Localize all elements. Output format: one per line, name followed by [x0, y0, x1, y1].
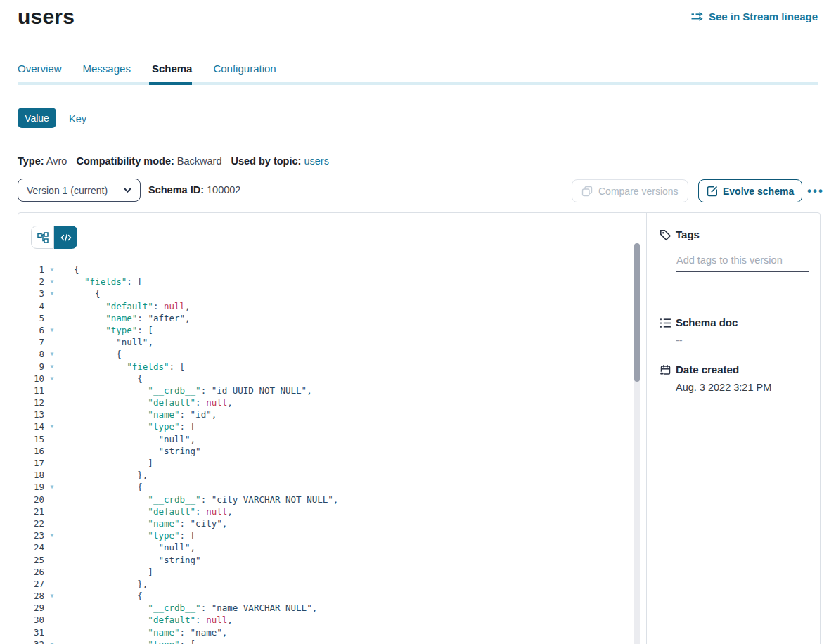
collapse-arrow-icon[interactable]: ▼ — [48, 638, 56, 644]
code-text: { — [74, 481, 143, 493]
line-number: 10 — [18, 373, 44, 385]
tags-input-underline — [676, 271, 809, 272]
tab-configuration[interactable]: Configuration — [213, 63, 276, 75]
version-select[interactable]: Version 1 (current) — [18, 179, 141, 202]
line-number: 24 — [18, 541, 44, 553]
code-text: "name": "name", — [74, 626, 227, 638]
schema-id: Schema ID: 100002 — [148, 184, 240, 195]
code-view-button[interactable] — [54, 226, 77, 249]
stream-lineage-icon — [690, 11, 704, 22]
code-text: "null", — [74, 541, 195, 553]
code-line: 5 "name": "after", — [18, 312, 630, 324]
collapse-arrow-icon[interactable]: ▼ — [48, 348, 56, 360]
collapse-arrow-icon[interactable]: ▼ — [48, 264, 56, 276]
line-number: 30 — [18, 614, 44, 626]
tab-overview[interactable]: Overview — [18, 63, 62, 75]
code-line: 7 "null", — [18, 336, 630, 348]
copy-icon — [581, 186, 593, 197]
line-number: 14 — [18, 420, 44, 432]
chevron-down-icon — [124, 188, 131, 193]
code-line: 3▼ { — [18, 288, 630, 300]
code-text: "type": [ — [74, 420, 195, 432]
details-sidebar: Tags Add tags to this version Schema doc… — [646, 213, 821, 644]
code-line: 17 ] — [18, 457, 630, 469]
collapse-arrow-icon[interactable]: ▼ — [48, 288, 56, 300]
code-line: 9▼ "fields": [ — [18, 361, 630, 373]
code-line: 6▼ "type": [ — [18, 324, 630, 336]
code-text: { — [74, 348, 122, 360]
code-text: ] — [74, 566, 153, 578]
line-number: 23 — [18, 529, 44, 541]
tags-input[interactable]: Add tags to this version — [676, 255, 783, 266]
line-number: 27 — [18, 578, 44, 590]
collapse-arrow-icon[interactable]: ▼ — [48, 420, 56, 432]
code-line: 29 "__crdb__": "name VARCHAR NULL", — [18, 602, 630, 614]
schema-doc-title: Schema doc — [676, 316, 738, 328]
collapse-arrow-icon[interactable]: ▼ — [48, 276, 56, 288]
line-number: 31 — [18, 626, 44, 638]
collapse-arrow-icon[interactable]: ▼ — [48, 590, 56, 602]
tab-messages[interactable]: Messages — [83, 63, 131, 75]
line-number: 28 — [18, 590, 44, 602]
collapse-arrow-icon[interactable]: ▼ — [48, 361, 56, 373]
tab-bar: Overview Messages Schema Configuration — [18, 63, 276, 75]
code-text: "fields": [ — [74, 361, 185, 373]
code-line: 23▼ "type": [ — [18, 529, 630, 541]
code-text: "type": [ — [74, 638, 195, 644]
line-number: 26 — [18, 566, 44, 578]
evolve-schema-button[interactable]: Evolve schema — [698, 179, 802, 202]
more-options-button[interactable]: ••• — [802, 179, 829, 202]
code-text: "name": "after", — [74, 312, 191, 324]
code-line: 4 "default": null, — [18, 300, 630, 312]
code-line: 32▼ "type": [ — [18, 638, 630, 644]
page-title: users — [18, 5, 75, 29]
collapse-arrow-icon[interactable]: ▼ — [48, 529, 56, 541]
code-text: "name": "city", — [74, 517, 227, 529]
tab-track — [18, 82, 818, 85]
line-number: 15 — [18, 433, 44, 445]
tags-title: Tags — [676, 228, 700, 240]
collapse-arrow-icon[interactable]: ▼ — [48, 481, 56, 493]
code-line: 24 "null", — [18, 541, 630, 553]
tab-schema[interactable]: Schema — [152, 63, 193, 75]
code-text: ] — [74, 457, 153, 469]
code-text: "default": null, — [74, 300, 191, 312]
code-text: }, — [74, 469, 148, 481]
value-toggle-button[interactable]: Value — [18, 108, 56, 128]
schema-panel: 1▼{2▼ "fields": [3▼ {4 "default": null,5… — [18, 212, 821, 644]
scrollbar[interactable] — [634, 243, 640, 644]
tree-view-button[interactable] — [31, 226, 54, 249]
line-number: 13 — [18, 408, 44, 420]
line-number: 19 — [18, 481, 44, 493]
compare-versions-button[interactable]: Compare versions — [572, 179, 688, 202]
key-toggle-button[interactable]: Key — [69, 108, 86, 129]
line-number: 8 — [18, 348, 44, 360]
code-text: "default": null, — [74, 614, 233, 626]
collapse-arrow-icon[interactable]: ▼ — [48, 373, 56, 385]
line-number: 20 — [18, 494, 44, 505]
line-number: 3 — [18, 288, 44, 300]
code-line: 31 "name": "name", — [18, 626, 630, 638]
code-text: "null", — [74, 336, 153, 348]
list-icon — [660, 317, 671, 329]
line-number: 18 — [18, 469, 44, 481]
view-toggle — [31, 226, 77, 249]
edit-icon — [707, 186, 718, 197]
code-text: "type": [ — [74, 324, 153, 336]
line-number: 22 — [18, 517, 44, 529]
code-line: 2▼ "fields": [ — [18, 276, 630, 288]
code-line: 15 "null", — [18, 433, 630, 445]
code-text: { — [74, 373, 143, 385]
schema-doc-value: -- — [676, 335, 683, 346]
scrollbar-thumb[interactable] — [634, 243, 640, 382]
code-line: 28▼ { — [18, 590, 630, 602]
code-line: 21 "default": null, — [18, 505, 630, 517]
code-line: 12 "default": null, — [18, 397, 630, 408]
see-in-stream-lineage-link[interactable]: See in Stream lineage — [690, 11, 818, 22]
collapse-arrow-icon[interactable]: ▼ — [48, 324, 56, 336]
line-number: 4 — [18, 300, 44, 312]
code-text: "string" — [74, 554, 201, 566]
tab-active-indicator — [149, 82, 192, 85]
code-line: 22 "name": "city", — [18, 517, 630, 529]
topic-link[interactable]: users — [304, 155, 328, 167]
